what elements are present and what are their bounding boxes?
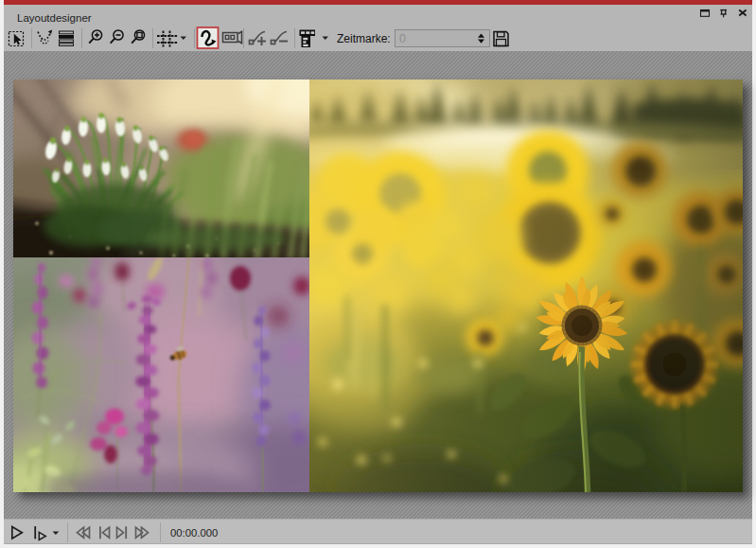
- svg-text:Zeitmarke:: Zeitmarke:: [337, 32, 391, 45]
- svg-text:0: 0: [399, 32, 406, 45]
